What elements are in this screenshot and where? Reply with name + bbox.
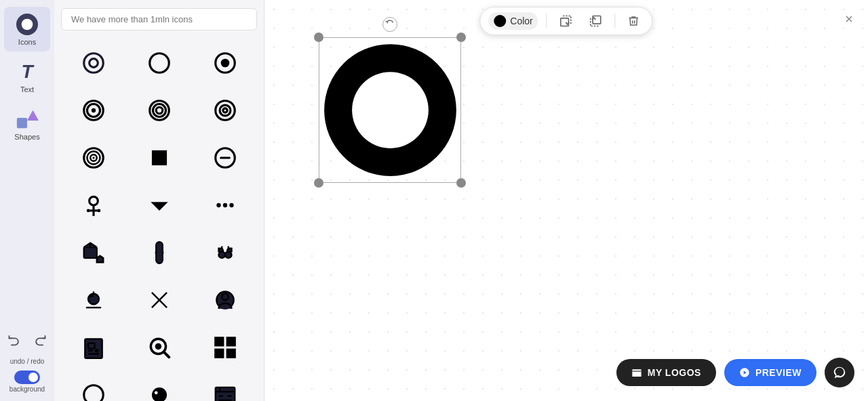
list-item[interactable] — [61, 324, 125, 371]
svg-point-35 — [218, 251, 225, 258]
sidebar-item-shapes-label: Shapes — [14, 133, 39, 141]
rotate-handle[interactable] — [382, 17, 397, 32]
svg-point-36 — [225, 251, 232, 258]
list-item[interactable] — [127, 277, 191, 323]
list-item[interactable] — [127, 135, 191, 181]
list-item[interactable] — [193, 324, 257, 371]
layer-down-button[interactable] — [555, 12, 577, 30]
list-item[interactable] — [193, 277, 257, 323]
svg-point-41 — [222, 294, 229, 301]
svg-rect-1 — [17, 118, 27, 128]
color-label: Color — [510, 16, 532, 26]
list-item[interactable] — [127, 230, 191, 276]
background-toggle-wrap: background — [9, 371, 45, 393]
close-button[interactable] — [840, 9, 859, 28]
sidebar-bottom: undo / redo background — [0, 330, 54, 401]
list-item[interactable] — [61, 87, 125, 133]
svg-rect-57 — [215, 387, 235, 401]
list-item[interactable] — [61, 135, 125, 181]
background-toggle[interactable] — [14, 371, 40, 384]
sidebar-item-icons[interactable]: Icons — [4, 7, 50, 51]
svg-marker-2 — [27, 110, 39, 121]
icons-grid — [54, 36, 264, 401]
main-canvas-area: Color — [264, 0, 868, 401]
svg-point-30 — [229, 203, 233, 207]
icons-icon — [15, 12, 39, 37]
svg-point-6 — [220, 59, 229, 68]
list-item[interactable] — [193, 182, 257, 228]
list-item[interactable] — [193, 135, 257, 181]
svg-point-0 — [22, 19, 33, 30]
layer-up-button[interactable] — [585, 12, 607, 30]
sidebar-item-shapes[interactable]: Shapes — [4, 102, 50, 146]
svg-point-9 — [91, 108, 95, 112]
list-item[interactable] — [193, 40, 257, 86]
my-logos-button[interactable]: MY LOGOS — [616, 359, 716, 386]
selected-shape[interactable] — [319, 37, 461, 183]
list-item[interactable] — [127, 87, 191, 133]
handle-top-left[interactable] — [314, 33, 323, 42]
list-item[interactable] — [127, 372, 191, 401]
svg-point-15 — [222, 108, 226, 112]
icon-panel — [54, 0, 264, 401]
search-bar — [54, 0, 264, 36]
svg-rect-50 — [214, 337, 224, 346]
svg-point-27 — [97, 209, 100, 213]
svg-point-11 — [153, 104, 165, 117]
svg-point-54 — [83, 385, 103, 401]
svg-point-23 — [89, 196, 98, 205]
svg-rect-31 — [83, 247, 96, 258]
handle-bottom-left[interactable] — [314, 178, 323, 188]
redo-button[interactable] — [31, 330, 50, 352]
svg-rect-52 — [214, 349, 224, 358]
list-item[interactable] — [193, 230, 257, 276]
list-item[interactable] — [127, 182, 191, 228]
svg-point-44 — [96, 350, 98, 352]
svg-rect-53 — [226, 349, 235, 358]
left-sidebar: Icons T Text Shapes — [0, 0, 54, 401]
text-icon: T — [15, 60, 39, 84]
color-swatch — [494, 15, 506, 27]
handle-top-right[interactable] — [456, 33, 466, 42]
svg-point-55 — [151, 387, 166, 401]
undo-button[interactable] — [5, 330, 24, 352]
undo-redo-label: undo / redo — [10, 358, 45, 365]
handle-bottom-right[interactable] — [456, 178, 466, 188]
svg-point-14 — [220, 105, 231, 116]
list-item[interactable] — [61, 277, 125, 323]
toolbar-divider-2 — [615, 14, 616, 28]
svg-point-4 — [149, 54, 169, 73]
sidebar-item-text[interactable]: T Text — [4, 54, 50, 99]
search-input[interactable] — [61, 8, 257, 30]
list-item[interactable] — [61, 372, 125, 401]
chat-support-button[interactable] — [825, 358, 854, 387]
bottom-actions: MY LOGOS PREVIEW — [616, 358, 854, 387]
list-item[interactable] — [61, 40, 125, 86]
svg-rect-51 — [226, 337, 235, 346]
list-item[interactable] — [193, 87, 257, 133]
my-logos-label: MY LOGOS — [648, 367, 701, 378]
svg-point-26 — [86, 209, 90, 213]
svg-rect-34 — [156, 242, 163, 263]
sidebar-item-text-label: Text — [20, 85, 34, 93]
background-label: background — [9, 385, 45, 393]
toolbar-divider-1 — [547, 14, 547, 28]
list-item[interactable] — [127, 40, 191, 86]
svg-line-48 — [164, 352, 169, 357]
svg-point-28 — [216, 203, 220, 207]
color-button[interactable]: Color — [488, 12, 538, 30]
svg-point-49 — [155, 343, 161, 350]
svg-point-56 — [154, 391, 157, 394]
sidebar-item-icons-label: Icons — [18, 38, 36, 46]
svg-point-19 — [92, 156, 94, 159]
list-item[interactable] — [61, 182, 125, 228]
preview-button[interactable]: PREVIEW — [724, 359, 816, 386]
svg-point-13 — [215, 101, 235, 121]
undo-redo-row — [5, 330, 50, 352]
delete-button[interactable] — [624, 12, 644, 30]
list-item[interactable] — [127, 324, 191, 371]
list-item[interactable] — [61, 230, 125, 276]
list-item[interactable] — [193, 372, 257, 401]
svg-point-29 — [222, 203, 226, 207]
svg-rect-66 — [632, 369, 641, 377]
